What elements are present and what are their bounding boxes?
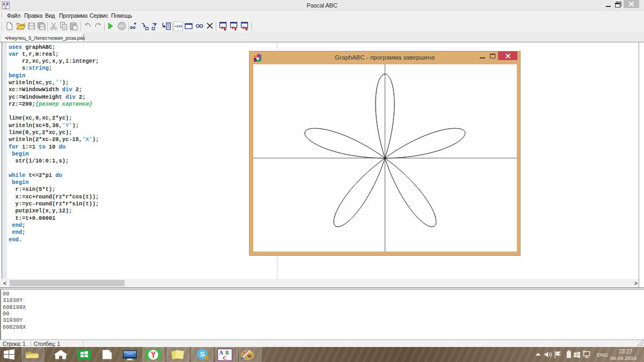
svg-text:S: S [200, 350, 204, 358]
svg-text:23:27: 23:27 [619, 349, 632, 354]
svg-text:lenovo: lenovo [127, 352, 134, 355]
svg-text:06.04.2016: 06.04.2016 [610, 355, 637, 361]
svg-text:R: R [246, 28, 248, 31]
svg-text:C: C [4, 5, 7, 9]
svg-text:D: D [224, 28, 227, 31]
svg-text:ENG: ENG [597, 352, 608, 358]
svg-text:>123: >123 [174, 25, 182, 28]
svg-text:L: L [235, 28, 237, 31]
svg-text:STOP: STOP [119, 25, 125, 27]
svg-text:C: C [223, 355, 226, 361]
